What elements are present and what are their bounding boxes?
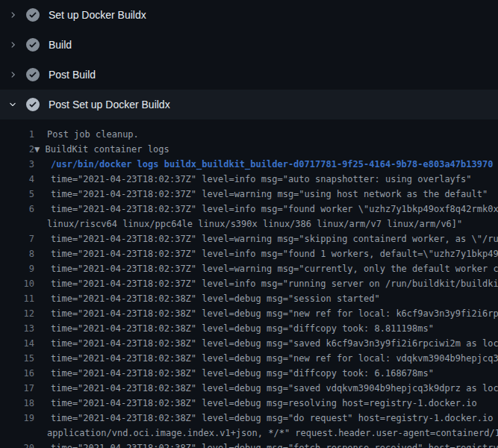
log-line-text: time="2021-04-23T18:02:37Z" level=warnin… — [51, 187, 488, 202]
step-log-output: 1 Post job cleanup. 2 ▼ BuildKit contain… — [0, 119, 498, 448]
step-header-post-build[interactable]: Post Build — [0, 60, 498, 90]
log-line-text: time="2021-04-23T18:02:38Z" level=debug … — [51, 321, 434, 336]
line-number[interactable]: 8 — [0, 246, 34, 261]
line-number[interactable]: 10 — [0, 276, 34, 291]
log-line-text: /usr/bin/docker logs buildx_buildkit_bui… — [51, 157, 493, 172]
log-line-text: time="2021-04-23T18:02:38Z" level=debug … — [51, 396, 477, 411]
log-line-text: Post job cleanup. — [47, 127, 139, 142]
log-line: 1 Post job cleanup. — [0, 127, 498, 142]
log-line: 20 time="2021-04-23T18:02:38Z" level=deb… — [0, 441, 498, 448]
log-line-text: application/vnd.oci.image.index.v1+json,… — [47, 426, 498, 441]
log-line-text: time="2021-04-23T18:02:38Z" level=debug … — [51, 366, 434, 381]
log-line-text: time="2021-04-23T18:02:37Z" level=info m… — [51, 172, 472, 187]
log-line: 9 time="2021-04-23T18:02:37Z" level=warn… — [0, 261, 498, 276]
log-line-text: time="2021-04-23T18:02:38Z" level=debug … — [51, 291, 380, 306]
line-number[interactable]: 13 — [0, 321, 34, 336]
line-number[interactable]: 7 — [0, 231, 34, 246]
log-line: 16 time="2021-04-23T18:02:38Z" level=deb… — [0, 366, 498, 381]
line-number[interactable]: 2 — [0, 142, 34, 157]
step-title: Set up Docker Buildx — [49, 9, 146, 21]
log-line: 15 time="2021-04-23T18:02:38Z" level=deb… — [0, 351, 498, 366]
line-number[interactable]: 18 — [0, 396, 34, 411]
line-number[interactable]: 4 — [0, 172, 34, 187]
line-number — [0, 426, 34, 441]
line-number[interactable]: 3 — [0, 157, 34, 172]
log-line: 19 time="2021-04-23T18:02:38Z" level=deb… — [0, 411, 498, 426]
check-circle-icon — [26, 68, 40, 81]
log-line: linux/riscv64 linux/ppc64le linux/s390x … — [0, 217, 498, 231]
log-line-text: time="2021-04-23T18:02:38Z" level=debug … — [51, 351, 498, 366]
line-number — [0, 217, 34, 231]
line-number[interactable]: 9 — [0, 261, 34, 276]
step-title: Post Set up Docker Buildx — [49, 99, 170, 111]
log-line: 5 time="2021-04-23T18:02:37Z" level=warn… — [0, 187, 498, 202]
log-line-text: time="2021-04-23T18:02:37Z" level=warnin… — [51, 261, 498, 276]
log-line-text: BuildKit container logs — [45, 142, 169, 157]
log-line-text: time="2021-04-23T18:02:37Z" level=info m… — [51, 246, 498, 261]
step-header-post-set-up-docker-buildx[interactable]: Post Set up Docker Buildx — [0, 90, 498, 119]
log-line-text: time="2021-04-23T18:02:38Z" level=debug … — [51, 381, 498, 396]
log-line: 10 time="2021-04-23T18:02:37Z" level=inf… — [0, 276, 498, 291]
chevron-right-icon — [8, 10, 17, 19]
log-line-text: time="2021-04-23T18:02:37Z" level=info m… — [51, 202, 498, 217]
log-line-text: time="2021-04-23T18:02:38Z" level=debug … — [51, 306, 498, 321]
check-circle-icon — [26, 38, 40, 52]
line-number[interactable]: 1 — [0, 127, 34, 142]
log-group-header[interactable]: 2 ▼ BuildKit container logs — [0, 142, 498, 157]
line-number[interactable]: 15 — [0, 351, 34, 366]
check-circle-icon — [26, 8, 40, 22]
line-number[interactable]: 14 — [0, 336, 34, 351]
log-line-text: time="2021-04-23T18:02:38Z" level=debug … — [51, 336, 498, 351]
step-title: Post Build — [49, 69, 96, 81]
log-line-text: time="2021-04-23T18:02:38Z" level=debug … — [51, 441, 498, 448]
check-circle-icon — [26, 98, 40, 111]
log-line-text: time="2021-04-23T18:02:37Z" level=warnin… — [51, 231, 498, 246]
line-number[interactable]: 11 — [0, 291, 34, 306]
log-line: 4 time="2021-04-23T18:02:37Z" level=info… — [0, 172, 498, 187]
line-number[interactable]: 12 — [0, 306, 34, 321]
line-number[interactable]: 19 — [0, 411, 34, 426]
chevron-right-icon — [8, 70, 17, 79]
log-line: 18 time="2021-04-23T18:02:38Z" level=deb… — [0, 396, 498, 411]
log-line-text: time="2021-04-23T18:02:38Z" level=debug … — [51, 411, 498, 426]
group-collapse-triangle-icon: ▼ — [34, 142, 45, 157]
log-line: 11 time="2021-04-23T18:02:38Z" level=deb… — [0, 291, 498, 306]
log-line: application/vnd.oci.image.index.v1+json,… — [0, 426, 498, 441]
line-number[interactable]: 17 — [0, 381, 34, 396]
log-line-text: time="2021-04-23T18:02:37Z" level=info m… — [51, 276, 498, 291]
line-number[interactable]: 6 — [0, 202, 34, 217]
log-line: 14 time="2021-04-23T18:02:38Z" level=deb… — [0, 336, 498, 351]
log-line-command: 3 /usr/bin/docker logs buildx_buildkit_b… — [0, 157, 498, 172]
workflow-steps-list: Set up Docker Buildx Build Post Build Po… — [0, 0, 498, 119]
step-header-set-up-docker-buildx[interactable]: Set up Docker Buildx — [0, 0, 498, 30]
log-line: 6 time="2021-04-23T18:02:37Z" level=info… — [0, 202, 498, 217]
line-number[interactable]: 16 — [0, 366, 34, 381]
log-line: 17 time="2021-04-23T18:02:38Z" level=deb… — [0, 381, 498, 396]
step-title: Build — [49, 39, 72, 51]
line-number[interactable]: 20 — [0, 441, 34, 448]
chevron-down-icon — [8, 100, 17, 109]
log-line: 13 time="2021-04-23T18:02:38Z" level=deb… — [0, 321, 498, 336]
step-header-build[interactable]: Build — [0, 30, 498, 60]
log-line: 8 time="2021-04-23T18:02:37Z" level=info… — [0, 246, 498, 261]
line-number[interactable]: 5 — [0, 187, 34, 202]
log-line-text: linux/riscv64 linux/ppc64le linux/s390x … — [47, 217, 462, 231]
log-line: 7 time="2021-04-23T18:02:37Z" level=warn… — [0, 231, 498, 246]
log-line: 12 time="2021-04-23T18:02:38Z" level=deb… — [0, 306, 498, 321]
chevron-right-icon — [8, 40, 17, 49]
